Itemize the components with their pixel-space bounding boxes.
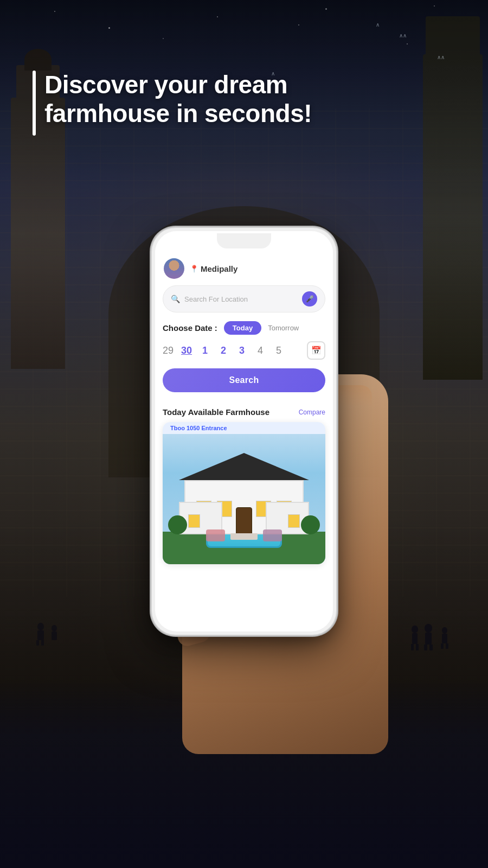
hero-title: Discover your dream farmhouse in seconds… (33, 71, 380, 128)
tomorrow-button[interactable]: Tomorrow (268, 324, 299, 332)
location-icon: 📍 (190, 265, 198, 273)
date-5[interactable]: 5 (273, 345, 284, 356)
brand-name: Medipally (201, 264, 237, 273)
avatar (164, 258, 184, 279)
main-content: Discover your dream farmhouse in seconds… (0, 0, 488, 868)
phone-screen: 📍 Medipally 🔍 Search For Location 🎤 Choo… (155, 231, 333, 631)
steps (230, 533, 258, 540)
hero-title-line2: farmhouse in seconds! (44, 99, 312, 127)
mic-button[interactable]: 🎤 (302, 291, 317, 307)
card-label: Tboo 1050 Entrance (163, 422, 325, 434)
phone-notch (217, 233, 271, 248)
compare-link[interactable]: Compare (299, 409, 325, 416)
hero-section: Discover your dream farmhouse in seconds… (33, 71, 380, 128)
available-title: Today Available Farmhouse (163, 407, 269, 417)
date-label: Choose Date : (163, 323, 217, 333)
app-brand: 📍 Medipally (190, 264, 237, 273)
date-row: 29 30 1 2 3 4 5 📅 (163, 341, 325, 360)
patio-chair-2 (263, 529, 282, 541)
hero-title-line1: Discover your dream (44, 71, 287, 99)
patio-chair-1 (206, 529, 225, 541)
phone-frame: 📍 Medipally 🔍 Search For Location 🎤 Choo… (152, 228, 336, 635)
wing-window (188, 514, 200, 528)
date-4[interactable]: 4 (255, 345, 266, 356)
mic-icon: 🎤 (306, 295, 314, 303)
date-label-row: Choose Date : Today Tomorrow (163, 321, 325, 335)
bush-right (301, 515, 320, 534)
search-field[interactable]: Search For Location (184, 295, 302, 303)
search-icon: 🔍 (171, 295, 180, 303)
house-illustration (163, 456, 325, 564)
hero-bar (33, 71, 36, 136)
bush-left (168, 515, 187, 534)
card-image (163, 434, 325, 564)
search-bar[interactable]: 🔍 Search For Location 🎤 (163, 285, 325, 312)
wing-window-r (288, 514, 300, 528)
date-29[interactable]: 29 (163, 345, 174, 356)
available-section: Today Available Farmhouse Compare Tboo 1… (155, 400, 333, 574)
door (236, 507, 252, 534)
date-3[interactable]: 3 (236, 345, 247, 356)
roof (179, 453, 309, 480)
date-30[interactable]: 30 (181, 345, 192, 356)
date-section: Choose Date : Today Tomorrow 29 30 1 2 3… (155, 321, 333, 400)
date-1[interactable]: 1 (200, 345, 210, 356)
calendar-icon: 📅 (311, 346, 322, 355)
farmhouse-card[interactable]: Tboo 1050 Entrance (163, 422, 325, 564)
calendar-button[interactable]: 📅 (307, 341, 325, 360)
date-2[interactable]: 2 (218, 345, 229, 356)
available-header: Today Available Farmhouse Compare (163, 407, 325, 417)
search-button[interactable]: Search (163, 368, 325, 392)
today-button[interactable]: Today (224, 321, 261, 335)
phone-mockup: 📍 Medipally 🔍 Search For Location 🎤 Choo… (152, 228, 336, 635)
